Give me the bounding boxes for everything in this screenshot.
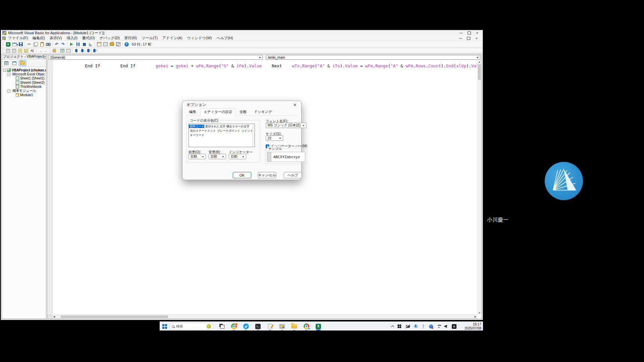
maximize-button[interactable] (465, 31, 473, 35)
menu-item[interactable]: ファイル(F) (6, 36, 30, 41)
start-button[interactable] (160, 322, 169, 331)
terminal-icon[interactable] (254, 322, 262, 330)
menu-item[interactable]: 実行(R) (122, 36, 139, 41)
outdent-button[interactable] (43, 48, 49, 53)
comment-block-button[interactable] (59, 48, 65, 53)
reset-button[interactable] (81, 41, 87, 47)
wifi-icon[interactable] (436, 324, 441, 329)
list-constants-button[interactable] (11, 48, 17, 53)
menu-item[interactable]: 書式(O) (80, 36, 97, 41)
undo-button[interactable] (54, 41, 60, 47)
tree-expander-icon[interactable]: − (7, 89, 10, 93)
properties-window-button[interactable] (102, 41, 108, 47)
toolbar-grip[interactable] (3, 49, 4, 53)
copy-button[interactable] (33, 41, 39, 47)
run-button[interactable] (68, 41, 74, 47)
design-mode-button[interactable] (88, 41, 94, 47)
save-button[interactable] (18, 41, 24, 47)
redo-button[interactable] (60, 41, 66, 47)
quick-info-button[interactable] (17, 48, 23, 53)
split-handle[interactable] (47, 315, 52, 318)
toggle-breakpoint-button[interactable] (51, 48, 57, 53)
cut-button[interactable] (26, 41, 32, 47)
object-browser-button[interactable] (115, 41, 121, 47)
notepad-icon[interactable] (266, 322, 274, 330)
tree-expander-icon[interactable]: − (3, 69, 6, 72)
list-properties-button[interactable] (5, 48, 11, 53)
vb-app-icon[interactable] (278, 322, 286, 330)
color-list-item[interactable]: 次のステートメント (189, 129, 216, 132)
chevron-up-icon[interactable] (390, 324, 395, 329)
insert-userform-button[interactable] (11, 41, 17, 47)
antenna-icon[interactable] (421, 324, 426, 329)
find-button[interactable] (45, 41, 51, 47)
menu-item[interactable]: ヘルプ(H) (214, 36, 235, 41)
code-colors-listbox[interactable]: 標準コード選択された文字構文エラーの文字次のステートメントブレークポイントコメン… (189, 124, 255, 147)
menu-item[interactable]: ツール(T) (139, 36, 160, 41)
menu-item[interactable]: 挿入(I) (64, 36, 79, 41)
break-button[interactable] (75, 41, 81, 47)
uncomment-block-button[interactable] (65, 48, 71, 53)
project-explorer-button[interactable] (96, 41, 102, 47)
toggle-folders-button[interactable] (19, 60, 26, 66)
color-list-item[interactable]: 標準コード (189, 125, 204, 128)
tree-item[interactable]: ThisWorkbook (2, 85, 46, 89)
code-editor[interactable]: End If End If gokei = gokei + wFm.Range(… (47, 60, 477, 314)
child-minimize-button[interactable] (457, 36, 465, 41)
clear-bookmarks-button[interactable] (92, 48, 97, 53)
tab-ドッキング[interactable]: ドッキング (251, 108, 275, 116)
view-object-button[interactable] (11, 60, 18, 66)
tree-item[interactable]: Sheet1 (Sheet1) (2, 76, 46, 80)
color-list-item[interactable]: キーワード (189, 133, 204, 137)
dropbox-icon[interactable] (397, 324, 403, 329)
tree-item[interactable]: Sheet4 (Sheet2) (2, 80, 46, 84)
procedure-dropdown[interactable]: tenki_main (266, 55, 480, 60)
font-size-dropdown[interactable]: 22 (266, 135, 283, 141)
toggle-bookmark-button[interactable] (73, 48, 79, 53)
foreground-dropdown[interactable]: 自動 (189, 154, 206, 159)
menu-item[interactable]: ウィンドウ(W) (185, 36, 214, 41)
microphone-icon[interactable] (413, 324, 418, 329)
next-bookmark-button[interactable] (79, 48, 85, 53)
chrome-drive-icon[interactable] (302, 322, 310, 330)
ime-icon[interactable] (451, 324, 457, 329)
task-view-icon[interactable] (218, 322, 226, 330)
horizontal-scrollbar[interactable]: ◀ ▶ (47, 314, 477, 318)
complete-word-button[interactable] (29, 48, 35, 53)
child-restore-button[interactable] (465, 36, 473, 41)
toolbox-button[interactable] (109, 41, 115, 47)
child-close-button[interactable] (473, 36, 481, 41)
tree-item[interactable]: −Microsoft Excel Objec (2, 72, 46, 76)
font-name-dropdown[interactable]: MS ゴシック (日本語) (266, 123, 307, 128)
excel-icon[interactable] (314, 322, 322, 330)
menu-item[interactable]: 編集(E) (30, 36, 47, 41)
blue-bird-icon[interactable] (242, 322, 250, 330)
color-list-item[interactable]: ブレークポイント (216, 129, 240, 132)
tree-item[interactable]: Module1 (2, 93, 46, 97)
ok-button[interactable]: OK (233, 172, 251, 178)
help-button[interactable]: ヘルプ (284, 172, 302, 178)
indicator-dropdown[interactable]: 自動 (229, 154, 246, 159)
tab-編集[interactable]: 編集 (186, 108, 200, 116)
menu-item[interactable]: アドイン(A) (160, 36, 185, 41)
parameter-info-button[interactable] (23, 48, 29, 53)
camera-off-icon[interactable] (405, 324, 411, 329)
indent-button[interactable] (37, 48, 43, 53)
menu-item[interactable]: 表示(V) (47, 36, 64, 41)
taskbar-clock[interactable]: 15:17 2025/07/08 (465, 322, 481, 330)
dialog-close-icon[interactable]: ✕ (291, 102, 299, 108)
color-list-item[interactable]: 選択された文字 (204, 125, 225, 128)
color-list-item[interactable]: 構文エラーの文字 (225, 125, 250, 128)
listbox-scrollbar[interactable] (252, 124, 255, 147)
excel-button[interactable] (5, 41, 11, 47)
paste-button[interactable] (39, 41, 45, 47)
speaker-icon[interactable] (444, 324, 449, 329)
blue-sphere-icon[interactable] (428, 324, 434, 329)
previous-bookmark-button[interactable] (86, 48, 91, 53)
color-list-item[interactable]: コメント (240, 129, 253, 132)
cancel-button[interactable]: キャンセル (258, 172, 276, 178)
background-dropdown[interactable]: 自動 (209, 154, 226, 159)
vertical-scrollbar[interactable]: ▲ ▼ (477, 60, 481, 314)
project-panel-close-icon[interactable]: × (44, 55, 46, 59)
minimize-button[interactable] (457, 31, 465, 35)
